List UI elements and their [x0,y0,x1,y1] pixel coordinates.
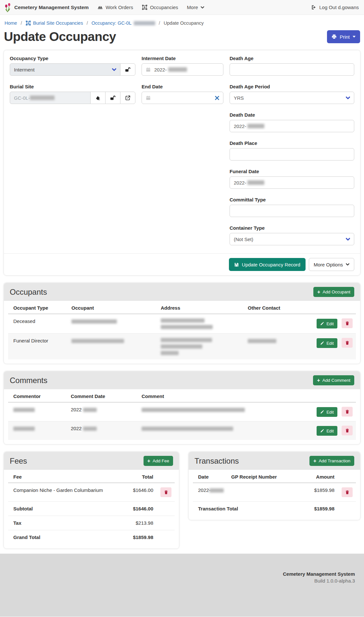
open-burial-site-button[interactable] [120,92,135,104]
subtotal-label: Subtotal [8,502,121,516]
chevron-down-icon [346,238,350,241]
redacted-text [247,124,264,128]
burial-site-field: Burial Site GC-0L- [10,84,135,104]
redacted-text [247,180,264,185]
app-brand[interactable]: Cemetery Management System [4,3,89,12]
tax-row: Tax $213.98 [8,516,175,530]
nav-item-more[interactable]: More [187,5,204,10]
print-button[interactable]: Print [327,30,360,43]
redacted-text [142,408,245,412]
interment-date-input[interactable]: 2022- [142,63,223,76]
add-occupant-button[interactable]: + Add Occupant [313,287,354,297]
page-title: Update Occupancy [4,30,116,44]
gp-receipt-cell [228,483,302,502]
date-prefix: 2022 [71,407,82,412]
logout-label: Log Out d.gowans [319,5,359,10]
grand-total-row: Grand Total $1859.98 [8,530,175,545]
row-actions [338,483,356,502]
delete-occupant-button[interactable] [342,338,353,348]
committal-type-input[interactable] [230,205,354,217]
tax-label: Tax [8,516,121,530]
fees-transactions-row: Fees + Add Fee Fee Total Companion Niche… [4,452,360,548]
date-prefix: 2022- [198,487,210,493]
date-prefix: 2022 [71,426,82,431]
nav-item-occupancies[interactable]: Occupancies [142,5,178,10]
burial-site-input[interactable]: GC-0L- [10,92,91,104]
select-value: Interment [14,67,34,72]
unlock-burial-site-button[interactable] [105,92,120,104]
update-occupancy-button[interactable]: Update Occupancy Record [229,258,306,271]
death-date-input[interactable]: 2022- [230,120,354,132]
delete-fee-button[interactable] [160,487,171,497]
column-header: Address [157,301,245,314]
edit-occupant-button[interactable]: Edit [317,338,337,348]
fee-name-cell: Companion Niche - Garden Columbarium [8,483,121,502]
unlock-occupancy-type-button[interactable] [120,63,135,76]
delete-occupant-button[interactable] [342,318,353,328]
column-header: Occupant [68,301,157,314]
column-header: Date [193,470,228,483]
field-label: Death Age Period [230,84,354,89]
redacted-text [161,318,205,323]
add-fee-button[interactable]: + Add Fee [144,456,173,466]
address-cell [157,314,245,334]
death-age-period-select[interactable]: YRS [230,92,354,104]
container-type-select[interactable]: (Not Set) [230,233,354,245]
hard-hat-icon [97,5,103,10]
field-label: Interment Date [142,56,223,61]
top-navbar: Cemetery Management System Work Orders O… [0,0,364,15]
field-label: Funeral Date [230,169,354,174]
death-age-input[interactable] [230,63,354,76]
comments-table: Commentor Comment Date Comment 2022 [8,389,356,440]
funeral-date-input[interactable]: 2022- [230,176,354,189]
breadcrumb-occupancy-link[interactable]: Occupancy: GC-0L [92,20,155,26]
breadcrumb-home-link[interactable]: Home [5,20,17,26]
trash-icon [164,490,168,495]
calendar-icon [146,67,151,72]
add-comment-button[interactable]: + Add Comment [313,375,354,385]
grand-total-value: $1859.98 [121,530,157,545]
nav-item-work-orders[interactable]: Work Orders [97,5,133,10]
redacted-text [168,67,187,72]
save-icon [234,262,239,267]
redacted-text [209,488,224,493]
pencil-icon [320,410,324,414]
button-label: Edit [326,341,333,346]
edit-comment-button[interactable]: Edit [317,407,337,417]
tax-value: $213.98 [121,516,157,530]
death-place-input[interactable] [230,148,354,161]
end-date-input[interactable] [142,92,223,104]
edit-occupant-button[interactable]: Edit [317,319,337,328]
pencil-icon [320,322,324,326]
field-label: Committal Type [230,197,354,202]
other-contact-cell [245,334,313,360]
death-age-period-field: Death Age Period YRS [230,84,354,104]
add-transaction-button[interactable]: + Add Transaction [309,456,354,466]
unlock-icon [110,95,116,101]
logout-button[interactable]: Log Out d.gowans [311,5,359,10]
address-cell [157,334,245,360]
more-options-button[interactable]: More Options [309,258,354,271]
select-value: (Not Set) [234,237,253,242]
field-label: Container Type [230,225,354,231]
breadcrumb-separator: / [87,20,88,26]
form-actions: Update Occupancy Record More Options [4,253,360,275]
redacted-text [13,427,35,431]
occupancy-type-select[interactable]: Interment [10,63,120,76]
occupant-type-cell: Funeral Director [8,334,68,360]
edit-comment-button[interactable]: Edit [317,426,337,436]
clear-end-date-button[interactable] [215,96,219,100]
breadcrumb-occupancies-link[interactable]: Burial Site Occupancies [26,20,83,26]
fee-total-cell: $1646.00 [121,483,157,502]
transaction-amount-cell: $1859.98 [302,483,338,502]
delete-transaction-button[interactable] [342,487,353,497]
column-header: Occupant Type [8,301,68,314]
delete-comment-button[interactable] [342,407,353,417]
transactions-card: Transactions + Add Transaction Date GP R… [189,452,360,520]
transaction-total-row: Transaction Total $1859.98 [193,502,356,516]
transaction-total-label: Transaction Total [193,502,302,516]
delete-comment-button[interactable] [342,426,353,435]
chevron-down-icon [201,6,204,9]
redacted-text [161,325,213,329]
clear-burial-site-button[interactable] [90,92,106,104]
